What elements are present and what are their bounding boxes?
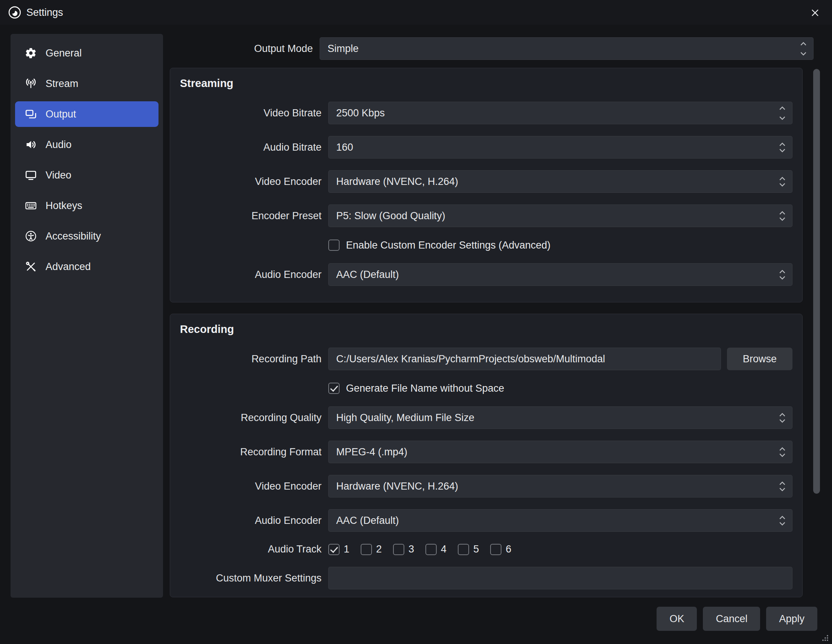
- recording-format-label: Recording Format: [180, 446, 322, 458]
- sidebar-item-label: General: [46, 48, 82, 59]
- spinner-arrows-icon[interactable]: [800, 42, 807, 56]
- streaming-group: Streaming Video Bitrate 2500 Kbps Audio …: [170, 68, 803, 303]
- custom-muxer-input[interactable]: [328, 567, 792, 590]
- audio-track-2-checkbox[interactable]: [361, 544, 372, 555]
- tools-icon: [25, 261, 37, 273]
- settings-sidebar: General Stream Output Audio Video: [11, 34, 163, 598]
- rec-video-encoder-select[interactable]: Hardware (NVENC, H.264): [328, 475, 792, 498]
- spinner-arrows-icon[interactable]: [779, 270, 786, 280]
- video-bitrate-label: Video Bitrate: [180, 107, 322, 119]
- cancel-button[interactable]: Cancel: [703, 607, 760, 631]
- output-mode-label: Output Mode: [170, 43, 313, 54]
- display-icon: [25, 169, 37, 181]
- titlebar: Settings: [0, 0, 832, 25]
- audio-track-item: 3: [393, 543, 414, 555]
- recording-format-select[interactable]: MPEG-4 (.mp4): [328, 441, 792, 463]
- sidebar-item-accessibility[interactable]: Accessibility: [15, 223, 158, 249]
- audio-track-list: 123456: [328, 543, 792, 555]
- obs-logo-icon: [8, 6, 21, 19]
- output-mode-row: Output Mode Simple: [170, 37, 814, 60]
- rec-video-encoder-label: Video Encoder: [180, 481, 322, 492]
- stream-video-encoder-select[interactable]: Hardware (NVENC, H.264): [328, 170, 792, 193]
- rec-audio-encoder-label: Audio Encoder: [180, 515, 322, 527]
- ok-button[interactable]: OK: [656, 607, 697, 631]
- footer: OK Cancel Apply: [0, 607, 832, 631]
- spinner-arrows-icon[interactable]: [779, 177, 786, 187]
- sidebar-item-label: Advanced: [46, 261, 91, 273]
- speaker-icon: [25, 139, 37, 151]
- recording-quality-label: Recording Quality: [180, 412, 322, 424]
- recording-quality-select[interactable]: High Quality, Medium File Size: [328, 406, 792, 429]
- audio-track-1-label: 1: [344, 543, 349, 555]
- output-mode-select[interactable]: Simple: [320, 37, 814, 60]
- spinner-arrows-icon[interactable]: [779, 211, 786, 221]
- audio-track-item: 2: [361, 543, 382, 555]
- resize-grip[interactable]: [820, 633, 829, 642]
- audio-track-4-checkbox[interactable]: [426, 544, 437, 555]
- audio-track-3-label: 3: [408, 543, 414, 555]
- audio-track-5-checkbox[interactable]: [458, 544, 469, 555]
- audio-bitrate-select[interactable]: 160: [328, 136, 792, 159]
- stream-video-encoder-label: Video Encoder: [180, 176, 322, 187]
- output-mode-value: Simple: [328, 43, 795, 54]
- spinner-arrows-icon[interactable]: [779, 447, 786, 457]
- broadcast-icon: [25, 78, 37, 90]
- audio-track-4-label: 4: [441, 543, 446, 555]
- audio-track-item: 5: [458, 543, 479, 555]
- recording-path-label: Recording Path: [180, 353, 322, 365]
- spinner-arrows-icon[interactable]: [779, 413, 786, 423]
- sidebar-item-label: Output: [46, 109, 76, 120]
- audio-bitrate-label: Audio Bitrate: [180, 142, 322, 153]
- spinner-arrows-icon[interactable]: [779, 106, 786, 120]
- audio-track-6-checkbox[interactable]: [490, 544, 501, 555]
- sidebar-item-general[interactable]: General: [15, 40, 158, 66]
- stream-audio-encoder-label: Audio Encoder: [180, 269, 322, 280]
- audio-track-3-checkbox[interactable]: [393, 544, 404, 555]
- sidebar-item-label: Accessibility: [46, 231, 101, 242]
- sidebar-item-label: Video: [46, 170, 72, 181]
- sidebar-item-stream[interactable]: Stream: [15, 71, 158, 96]
- vertical-scrollbar[interactable]: [813, 69, 820, 494]
- recording-group: Recording Recording Path Browse Generate…: [170, 314, 803, 597]
- custom-encoder-checkbox[interactable]: [328, 240, 339, 251]
- accessibility-icon: [25, 230, 37, 242]
- gear-icon: [25, 47, 37, 59]
- settings-window: Settings General Stream Output: [0, 0, 832, 644]
- encoder-preset-select[interactable]: P5: Slow (Good Quality): [328, 205, 792, 227]
- stream-audio-encoder-select[interactable]: AAC (Default): [328, 263, 792, 286]
- audio-track-item: 4: [426, 543, 446, 555]
- sidebar-item-audio[interactable]: Audio: [15, 132, 158, 157]
- close-button[interactable]: [808, 6, 822, 20]
- filename-without-space-checkbox-label: Generate File Name without Space: [346, 383, 504, 394]
- sidebar-item-hotkeys[interactable]: Hotkeys: [15, 193, 158, 218]
- video-bitrate-input[interactable]: 2500 Kbps: [328, 102, 792, 124]
- streaming-group-title: Streaming: [180, 77, 792, 90]
- output-icon: [25, 108, 37, 120]
- audio-track-label: Audio Track: [180, 543, 322, 555]
- audio-track-item: 6: [490, 543, 511, 555]
- rec-audio-encoder-select[interactable]: AAC (Default): [328, 509, 792, 532]
- browse-button[interactable]: Browse: [727, 348, 792, 370]
- audio-track-1-checkbox[interactable]: [328, 544, 339, 555]
- custom-muxer-label: Custom Muxer Settings: [180, 572, 322, 584]
- sidebar-item-label: Audio: [46, 139, 72, 151]
- recording-path-input[interactable]: [328, 348, 721, 370]
- custom-encoder-checkbox-label: Enable Custom Encoder Settings (Advanced…: [346, 240, 550, 251]
- filename-without-space-checkbox[interactable]: [328, 383, 339, 394]
- spinner-arrows-icon[interactable]: [779, 143, 786, 152]
- sidebar-item-output[interactable]: Output: [15, 101, 158, 127]
- encoder-preset-label: Encoder Preset: [180, 210, 322, 222]
- keyboard-icon: [25, 200, 37, 211]
- recording-group-title: Recording: [180, 323, 792, 336]
- sidebar-item-label: Hotkeys: [46, 200, 82, 211]
- window-title: Settings: [26, 7, 63, 18]
- audio-track-item: 1: [328, 543, 349, 555]
- audio-track-5-label: 5: [473, 543, 479, 555]
- sidebar-item-label: Stream: [46, 78, 78, 90]
- spinner-arrows-icon[interactable]: [779, 481, 786, 492]
- spinner-arrows-icon[interactable]: [779, 516, 786, 526]
- apply-button[interactable]: Apply: [766, 607, 817, 631]
- sidebar-item-video[interactable]: Video: [15, 162, 158, 188]
- sidebar-item-advanced[interactable]: Advanced: [15, 254, 158, 279]
- audio-track-6-label: 6: [506, 543, 511, 555]
